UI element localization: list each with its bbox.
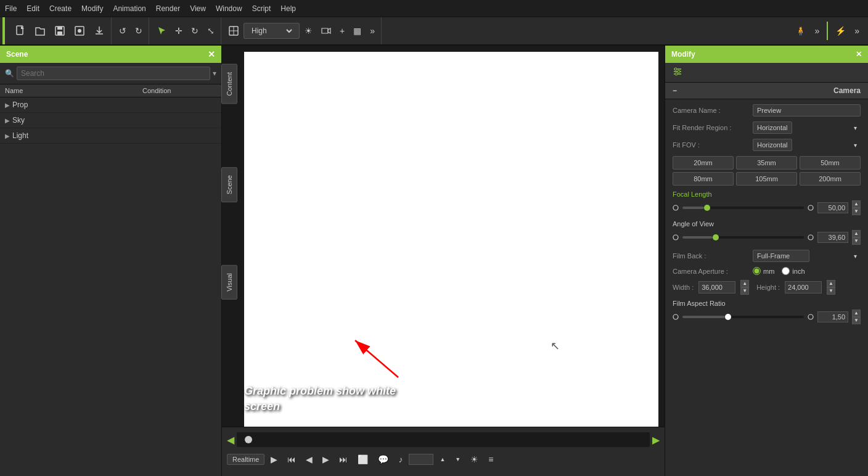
frame-input[interactable]: 1 [409,454,433,465]
tree-item-light[interactable]: ▶ Light [0,128,221,144]
height-input[interactable] [785,281,822,293]
screen-button[interactable]: ⬜ [354,452,372,467]
lens-35mm[interactable]: 35mm [736,156,797,170]
tree-item-sky[interactable]: ▶ Sky [0,113,221,128]
list-button[interactable]: ≡ [485,452,497,467]
timeline-thumb[interactable] [245,436,252,443]
aspect-up[interactable]: ▲ [852,310,861,317]
lens-80mm[interactable]: 80mm [673,172,734,186]
menu-modify[interactable]: Modify [81,4,103,13]
menu-file[interactable]: File [5,4,17,13]
more-right-button[interactable]: » [811,23,823,38]
camera-section-header[interactable]: − Camera [665,83,868,99]
angle-thumb[interactable] [713,234,719,240]
modify-panel-close[interactable]: ✕ [856,50,862,59]
menu-view[interactable]: View [190,4,206,13]
skip-start-button[interactable]: ⏮ [284,452,300,467]
tree-item-prop[interactable]: ▶ Prop [0,97,221,113]
scene-panel-close[interactable]: ✕ [208,49,215,59]
scale-button[interactable]: ⤡ [203,23,218,38]
focal-up[interactable]: ▲ [852,200,861,208]
width-up[interactable]: ▲ [740,280,749,287]
fit-render-select[interactable]: Horizontal Vertical [753,121,792,134]
prev-frame-button[interactable]: ◀ [302,452,316,467]
aperture-inch-radio[interactable] [782,267,790,275]
width-input[interactable] [698,281,735,293]
aperture-mm-radio[interactable] [753,267,761,275]
person-icon[interactable]: 🧍 [792,23,809,38]
aspect-down[interactable]: ▼ [852,317,861,324]
side-tab-scene[interactable]: Scene [221,167,237,202]
undo-button[interactable]: ↺ [115,23,130,38]
timeline-right-arrow[interactable]: ▶ [652,434,660,446]
viewport-type-button[interactable] [225,23,242,38]
render-button[interactable] [70,23,89,39]
menu-create[interactable]: Create [49,4,72,13]
realtime-button[interactable]: Realtime [227,454,264,465]
angle-up[interactable]: ▲ [852,230,861,237]
play-button[interactable]: ▶ [267,452,281,467]
more-button[interactable]: » [366,23,379,38]
light-button[interactable]: ☀ [301,23,316,38]
menu-window[interactable]: Window [216,4,242,13]
sound-button[interactable]: ♪ [395,452,406,467]
camera-name-input[interactable] [753,104,861,117]
export-button[interactable] [90,23,108,39]
focal-length-track[interactable] [682,207,804,209]
aperture-mm-label[interactable]: mm [753,267,774,275]
film-aspect-thumb[interactable] [725,314,731,320]
viewport-canvas[interactable]: ↖ [244,52,658,427]
rotate-button[interactable]: ↻ [187,23,202,38]
film-aspect-track[interactable] [682,316,804,318]
modify-settings-btn[interactable] [670,65,685,80]
quality-select[interactable]: High Low Medium Very High [249,26,294,36]
chat-button[interactable]: 💬 [374,452,392,467]
focal-length-thumb[interactable] [704,205,710,211]
lens-200mm[interactable]: 200mm [800,172,861,186]
move-button[interactable]: ✛ [171,23,186,38]
open-button[interactable] [31,23,49,39]
save-button[interactable] [51,23,69,39]
next-frame-button[interactable]: ▶ [319,452,333,467]
add-button[interactable]: + [336,23,348,38]
height-down[interactable]: ▼ [827,287,835,295]
angle-track[interactable] [682,236,804,239]
side-tab-visual[interactable]: Visual [221,265,237,300]
skip-end-button[interactable]: ⏭ [335,452,351,467]
width-down[interactable]: ▼ [740,287,749,295]
menu-animation[interactable]: Animation [113,4,145,13]
focal-length-input[interactable] [817,202,848,213]
end-button[interactable]: » [851,23,863,38]
angle-of-view-input[interactable] [817,232,848,243]
focal-down[interactable]: ▼ [852,208,861,215]
height-up[interactable]: ▲ [827,280,835,287]
fps-button[interactable]: ☀ [467,452,482,467]
select-button[interactable] [153,23,170,38]
new-button[interactable] [11,23,30,39]
render-icon[interactable]: ⚡ [832,23,850,38]
film-back-select[interactable]: Full-Frame APS-C Medium Format [753,250,809,262]
film-aspect-input[interactable] [817,311,848,322]
fit-fov-select[interactable]: Horizontal Vertical [753,139,792,151]
timeline-track[interactable] [237,432,650,447]
aperture-inch-label[interactable]: inch [782,267,805,275]
menu-script[interactable]: Script [252,4,271,13]
angle-down[interactable]: ▼ [852,237,861,245]
redo-button[interactable]: ↻ [131,23,146,38]
lens-105mm[interactable]: 105mm [736,172,797,186]
frame-up[interactable]: ▲ [436,454,449,465]
lens-20mm[interactable]: 20mm [673,156,734,170]
menu-render[interactable]: Render [156,4,180,13]
lens-50mm[interactable]: 50mm [800,156,861,170]
camera-button[interactable] [317,23,335,38]
svg-rect-2 [57,27,62,30]
search-input[interactable] [17,67,210,80]
menu-edit[interactable]: Edit [27,4,39,13]
grid-button[interactable]: ▦ [350,23,365,38]
menu-help[interactable]: Help [280,4,296,13]
timeline-left-arrow[interactable]: ◀ [227,434,234,446]
search-dropdown-icon[interactable]: ▾ [213,69,216,78]
quality-dropdown[interactable]: High Low Medium Very High [244,23,300,39]
frame-down[interactable]: ▼ [451,454,464,465]
side-tab-content[interactable]: Content [221,64,237,104]
